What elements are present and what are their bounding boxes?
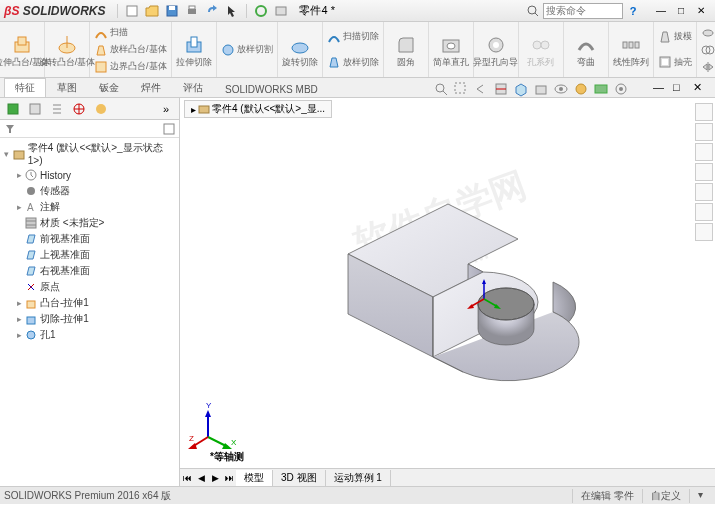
revolve-boss-button[interactable]: 旋转凸台/基体 bbox=[49, 33, 85, 67]
file-explorer-tab[interactable] bbox=[695, 143, 713, 161]
mirror-button[interactable]: 镜向 bbox=[701, 59, 715, 75]
revolve-cut-button[interactable]: 旋转切除 bbox=[282, 33, 318, 67]
tree-boss-extrude1[interactable]: ▸凸台-拉伸1 bbox=[2, 295, 177, 311]
tree-top-plane[interactable]: 上视基准面 bbox=[2, 247, 177, 263]
fillet-button[interactable]: 圆角 bbox=[388, 33, 424, 67]
view-settings-icon[interactable] bbox=[613, 81, 629, 97]
svg-rect-10 bbox=[18, 37, 26, 45]
extrude-boss-button[interactable]: 拉伸凸台/基体 bbox=[4, 33, 40, 67]
view-palette-tab[interactable] bbox=[695, 163, 713, 181]
doc-minimize-icon[interactable]: — bbox=[653, 81, 669, 97]
help-icon[interactable]: ? bbox=[624, 2, 642, 20]
extrude-cut-button[interactable]: 拉伸切除 bbox=[176, 33, 212, 67]
fm-tree-tab[interactable] bbox=[2, 100, 24, 118]
solidworks-resources-tab[interactable] bbox=[695, 103, 713, 121]
tab-motion-study[interactable]: 运动算例 1 bbox=[326, 470, 391, 486]
forum-tab[interactable] bbox=[695, 223, 713, 241]
options-icon[interactable] bbox=[272, 2, 290, 20]
heads-up-toolbar: — □ ✕ bbox=[431, 81, 715, 97]
display-style-icon[interactable] bbox=[533, 81, 549, 97]
tab-sheetmetal[interactable]: 钣金 bbox=[88, 78, 130, 97]
tree-history[interactable]: ▸History bbox=[2, 167, 177, 183]
tree-root[interactable]: ▾零件4 (默认<<默认>_显示状态 1>) bbox=[2, 140, 177, 167]
statusbar: SOLIDWORKS Premium 2016 x64 版 在编辑 零件 自定义… bbox=[0, 486, 715, 504]
sweep-button[interactable]: 扫描 bbox=[94, 25, 167, 41]
tab-evaluate[interactable]: 评估 bbox=[172, 78, 214, 97]
tab-3dview[interactable]: 3D 视图 bbox=[273, 470, 326, 486]
close-button[interactable]: ✕ bbox=[691, 4, 711, 18]
tree-hole1[interactable]: ▸孔1 bbox=[2, 327, 177, 343]
print-icon[interactable] bbox=[183, 2, 201, 20]
previous-view-icon[interactable] bbox=[473, 81, 489, 97]
doc-maximize-icon[interactable]: □ bbox=[673, 81, 689, 97]
tab-features[interactable]: 特征 bbox=[4, 78, 46, 97]
tab-nav-first[interactable]: ⏮ bbox=[180, 473, 194, 483]
linear-pattern-button[interactable]: 线性阵列 bbox=[613, 33, 649, 67]
hole-series-button[interactable]: 孔系列 bbox=[523, 33, 559, 67]
property-manager-tab[interactable] bbox=[24, 100, 46, 118]
apply-scene-icon[interactable] bbox=[593, 81, 609, 97]
select-icon[interactable] bbox=[223, 2, 241, 20]
loft-button[interactable]: 放样凸台/基体 bbox=[94, 42, 167, 58]
task-pane-tabs bbox=[695, 102, 713, 242]
edit-appearance-icon[interactable] bbox=[573, 81, 589, 97]
graphics-viewport[interactable]: ▸ 零件4 (默认<<默认>_显... 软件自学网RJZXW.COM bbox=[180, 98, 715, 486]
bend-button[interactable]: 弯曲 bbox=[568, 33, 604, 67]
section-view-icon[interactable] bbox=[493, 81, 509, 97]
draft-button[interactable]: 拔模 bbox=[658, 29, 692, 45]
tab-nav-prev[interactable]: ◀ bbox=[194, 473, 208, 483]
configuration-tab[interactable] bbox=[46, 100, 68, 118]
tree-toolbar-icon[interactable] bbox=[163, 123, 175, 135]
svg-point-49 bbox=[96, 104, 106, 114]
save-icon[interactable] bbox=[163, 2, 181, 20]
status-unit-icon[interactable]: ▾ bbox=[689, 489, 711, 503]
svg-point-15 bbox=[223, 45, 233, 55]
display-manager-tab[interactable] bbox=[90, 100, 112, 118]
tree-material[interactable]: 材质 <未指定> bbox=[2, 215, 177, 231]
tree-annotations[interactable]: ▸A注解 bbox=[2, 199, 177, 215]
breadcrumb[interactable]: ▸ 零件4 (默认<<默认>_显... bbox=[184, 100, 332, 118]
tab-sketch[interactable]: 草图 bbox=[46, 78, 88, 97]
tab-nav-next[interactable]: ▶ bbox=[208, 473, 222, 483]
open-icon[interactable] bbox=[143, 2, 161, 20]
panel-expand-icon[interactable]: » bbox=[155, 100, 177, 118]
new-icon[interactable] bbox=[123, 2, 141, 20]
svg-rect-50 bbox=[164, 124, 174, 134]
custom-properties-tab[interactable] bbox=[695, 203, 713, 221]
design-library-tab[interactable] bbox=[695, 123, 713, 141]
loft-cut-button[interactable]: 放样切除 bbox=[327, 54, 379, 70]
shell-button[interactable]: 抽壳 bbox=[658, 54, 692, 70]
tree-right-plane[interactable]: 右视基准面 bbox=[2, 263, 177, 279]
view-orientation-icon[interactable] bbox=[513, 81, 529, 97]
hide-show-icon[interactable] bbox=[553, 81, 569, 97]
rebuild-icon[interactable] bbox=[252, 2, 270, 20]
doc-close-icon[interactable]: ✕ bbox=[693, 81, 709, 97]
tab-mbd[interactable]: SOLIDWORKS MBD bbox=[214, 81, 329, 97]
svg-rect-4 bbox=[189, 6, 195, 9]
tree-sensors[interactable]: 传感器 bbox=[2, 183, 177, 199]
tree-front-plane[interactable]: 前视基准面 bbox=[2, 231, 177, 247]
tab-nav-last[interactable]: ⏭ bbox=[222, 473, 236, 483]
wrap-button[interactable]: 包覆 bbox=[701, 25, 715, 41]
tree-cut-extrude1[interactable]: ▸切除-拉伸1 bbox=[2, 311, 177, 327]
maximize-button[interactable]: □ bbox=[671, 4, 691, 18]
simple-hole-button[interactable]: 简单直孔 bbox=[433, 33, 469, 67]
search-input[interactable] bbox=[543, 3, 623, 19]
hole-wizard-sm-button[interactable]: 放样切割 bbox=[221, 42, 273, 58]
appearances-tab[interactable] bbox=[695, 183, 713, 201]
dimxpert-tab[interactable] bbox=[68, 100, 90, 118]
boundary-button[interactable]: 边界凸台/基体 bbox=[94, 59, 167, 75]
zoom-area-icon[interactable] bbox=[453, 81, 469, 97]
intersect-button[interactable]: 相交 bbox=[701, 42, 715, 58]
tab-weldments[interactable]: 焊件 bbox=[130, 78, 172, 97]
tab-model[interactable]: 模型 bbox=[236, 470, 273, 486]
search-icon[interactable] bbox=[524, 2, 542, 20]
hole-wizard-button[interactable]: 异型孔向导 bbox=[478, 33, 514, 67]
zoom-fit-icon[interactable] bbox=[433, 81, 449, 97]
undo-icon[interactable] bbox=[203, 2, 221, 20]
sweep-cut-button[interactable]: 扫描切除 bbox=[327, 29, 379, 45]
filter-icon[interactable] bbox=[4, 123, 16, 135]
minimize-button[interactable]: — bbox=[651, 4, 671, 18]
tree-origin[interactable]: 原点 bbox=[2, 279, 177, 295]
status-custom[interactable]: 自定义 bbox=[642, 489, 689, 503]
